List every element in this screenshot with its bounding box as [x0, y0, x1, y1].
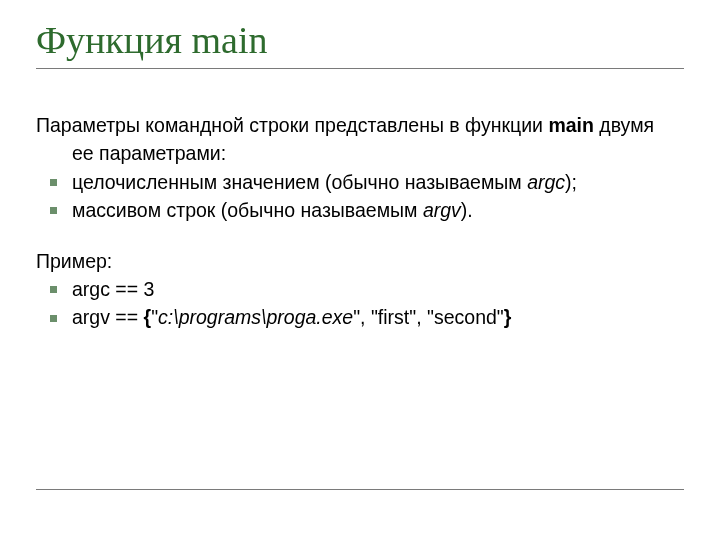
intro-paragraph-line2: ее параметрами:: [36, 141, 684, 165]
list-item: argc == 3: [36, 277, 684, 301]
item-text-pre: массивом строк (обычно называемым: [72, 199, 423, 221]
slide: Функция main Параметры командной строки …: [0, 0, 720, 540]
params-list: целочисленным значением (обычно называем…: [36, 170, 684, 223]
intro-main-keyword: main: [548, 114, 594, 136]
brace-close: }: [504, 306, 512, 328]
argv-mid: ", "first", "second": [353, 306, 504, 328]
list-item: целочисленным значением (обычно называем…: [36, 170, 684, 194]
item-text: argc == 3: [72, 278, 154, 300]
body-content: Параметры командной строки представлены …: [36, 113, 684, 330]
item-text-ital: argc: [527, 171, 565, 193]
item-text-post: );: [565, 171, 577, 193]
item-text-post: ).: [461, 199, 473, 221]
list-item: массивом строк (обычно называемым argv).: [36, 198, 684, 222]
item-text-ital: argv: [423, 199, 461, 221]
title-underline: [36, 68, 684, 69]
brace-open: {: [144, 306, 152, 328]
intro-text-1: Параметры командной строки представлены …: [36, 114, 548, 136]
list-item: argv == {"c:\programs\proga.exe", "first…: [36, 305, 684, 329]
bottom-underline: [36, 489, 684, 490]
intro-text-1-tail: двумя: [594, 114, 654, 136]
example-label: Пример:: [36, 249, 684, 273]
item-text-pre: целочисленным значением (обычно называем…: [72, 171, 527, 193]
argv-pre: argv ==: [72, 306, 144, 328]
intro-paragraph: Параметры командной строки представлены …: [36, 113, 684, 137]
example-list: argc == 3 argv == {"c:\programs\proga.ex…: [36, 277, 684, 330]
slide-title: Функция main: [36, 18, 684, 62]
argv-path: c:\programs\proga.exe: [158, 306, 353, 328]
